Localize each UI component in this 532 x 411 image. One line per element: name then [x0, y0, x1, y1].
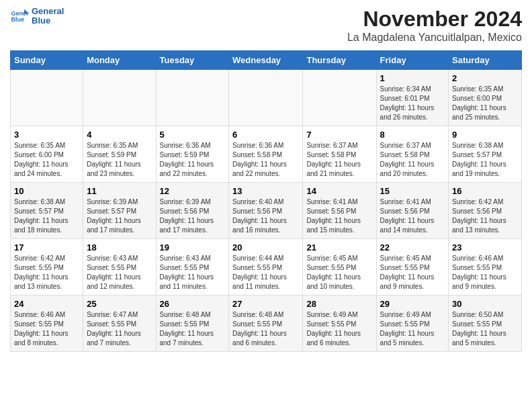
day-info: Sunrise: 6:39 AM Sunset: 5:57 PM Dayligh…: [87, 197, 152, 235]
calendar-cell: [303, 70, 376, 126]
day-info: Sunrise: 6:46 AM Sunset: 5:55 PM Dayligh…: [14, 310, 79, 348]
calendar-cell: 26Sunrise: 6:48 AM Sunset: 5:55 PM Dayli…: [156, 295, 229, 352]
calendar-cell: 1Sunrise: 6:34 AM Sunset: 6:01 PM Daylig…: [376, 70, 448, 126]
day-info: Sunrise: 6:36 AM Sunset: 5:59 PM Dayligh…: [160, 141, 226, 179]
calendar-cell: 15Sunrise: 6:41 AM Sunset: 5:56 PM Dayli…: [376, 183, 448, 239]
day-number: 24: [14, 299, 79, 309]
calendar-cell: 25Sunrise: 6:47 AM Sunset: 5:55 PM Dayli…: [83, 295, 156, 352]
day-number: 26: [160, 299, 226, 309]
calendar-cell: 23Sunrise: 6:46 AM Sunset: 5:55 PM Dayli…: [449, 239, 522, 295]
day-number: 21: [306, 242, 372, 253]
day-number: 22: [380, 242, 445, 253]
day-info: Sunrise: 6:47 AM Sunset: 5:55 PM Dayligh…: [87, 310, 152, 348]
day-number: 15: [380, 186, 445, 196]
day-number: 13: [232, 186, 299, 196]
day-number: 18: [87, 242, 152, 253]
day-info: Sunrise: 6:35 AM Sunset: 6:00 PM Dayligh…: [452, 85, 518, 122]
general-blue-logo-icon: General Blue: [10, 7, 29, 26]
day-number: 25: [87, 299, 152, 309]
calendar-cell: 6Sunrise: 6:36 AM Sunset: 5:58 PM Daylig…: [229, 126, 303, 183]
calendar-cell: 3Sunrise: 6:35 AM Sunset: 6:00 PM Daylig…: [11, 126, 83, 183]
day-number: 30: [452, 299, 518, 309]
day-number: 27: [232, 299, 299, 309]
day-number: 19: [160, 242, 226, 253]
day-info: Sunrise: 6:38 AM Sunset: 5:57 PM Dayligh…: [452, 141, 518, 179]
day-number: 2: [452, 73, 518, 83]
calendar-cell: 11Sunrise: 6:39 AM Sunset: 5:57 PM Dayli…: [83, 183, 156, 239]
calendar-cell: 28Sunrise: 6:49 AM Sunset: 5:55 PM Dayli…: [303, 295, 376, 352]
day-info: Sunrise: 6:48 AM Sunset: 5:55 PM Dayligh…: [160, 310, 226, 348]
calendar-cell: 13Sunrise: 6:40 AM Sunset: 5:56 PM Dayli…: [229, 183, 303, 239]
calendar-cell: 18Sunrise: 6:43 AM Sunset: 5:55 PM Dayli…: [83, 239, 156, 295]
calendar-cell: [11, 70, 83, 126]
day-info: Sunrise: 6:45 AM Sunset: 5:55 PM Dayligh…: [306, 254, 372, 291]
calendar-cell: 10Sunrise: 6:38 AM Sunset: 5:57 PM Dayli…: [11, 183, 83, 239]
calendar-cell: 17Sunrise: 6:42 AM Sunset: 5:55 PM Dayli…: [11, 239, 83, 295]
day-number: 5: [160, 130, 226, 140]
day-info: Sunrise: 6:49 AM Sunset: 5:55 PM Dayligh…: [306, 310, 372, 348]
day-info: Sunrise: 6:45 AM Sunset: 5:55 PM Dayligh…: [380, 254, 445, 291]
day-info: Sunrise: 6:38 AM Sunset: 5:57 PM Dayligh…: [14, 197, 79, 235]
day-info: Sunrise: 6:49 AM Sunset: 5:55 PM Dayligh…: [380, 310, 445, 348]
day-number: 8: [380, 130, 445, 140]
calendar-cell: [156, 70, 229, 126]
week-row-2: 10Sunrise: 6:38 AM Sunset: 5:57 PM Dayli…: [11, 183, 522, 239]
calendar-cell: 2Sunrise: 6:35 AM Sunset: 6:00 PM Daylig…: [449, 70, 522, 126]
day-number: 1: [380, 73, 445, 83]
day-number: 29: [380, 299, 445, 309]
day-info: Sunrise: 6:35 AM Sunset: 5:59 PM Dayligh…: [87, 141, 152, 179]
calendar-cell: 29Sunrise: 6:49 AM Sunset: 5:55 PM Dayli…: [376, 295, 448, 352]
calendar-cell: 5Sunrise: 6:36 AM Sunset: 5:59 PM Daylig…: [156, 126, 229, 183]
calendar-cell: 8Sunrise: 6:37 AM Sunset: 5:58 PM Daylig…: [376, 126, 448, 183]
calendar-cell: 9Sunrise: 6:38 AM Sunset: 5:57 PM Daylig…: [449, 126, 522, 183]
day-info: Sunrise: 6:37 AM Sunset: 5:58 PM Dayligh…: [380, 141, 445, 179]
day-number: 20: [232, 242, 299, 253]
calendar-cell: 20Sunrise: 6:44 AM Sunset: 5:55 PM Dayli…: [229, 239, 303, 295]
logo: General Blue General Blue: [10, 7, 64, 26]
header-sunday: Sunday: [11, 51, 83, 70]
week-row-4: 24Sunrise: 6:46 AM Sunset: 5:55 PM Dayli…: [11, 295, 522, 352]
logo-line2: Blue: [32, 16, 64, 26]
top-row: General Blue General Blue November 2024 …: [10, 7, 522, 46]
calendar-cell: 24Sunrise: 6:46 AM Sunset: 5:55 PM Dayli…: [11, 295, 83, 352]
day-number: 7: [306, 130, 372, 140]
day-info: Sunrise: 6:39 AM Sunset: 5:56 PM Dayligh…: [160, 197, 226, 235]
calendar-cell: 7Sunrise: 6:37 AM Sunset: 5:58 PM Daylig…: [303, 126, 376, 183]
calendar-cell: [83, 70, 156, 126]
day-number: 16: [452, 186, 518, 196]
day-number: 6: [232, 130, 299, 140]
day-info: Sunrise: 6:42 AM Sunset: 5:56 PM Dayligh…: [452, 197, 518, 235]
calendar-cell: 30Sunrise: 6:50 AM Sunset: 5:55 PM Dayli…: [449, 295, 522, 352]
day-number: 28: [306, 299, 372, 309]
svg-text:Blue: Blue: [11, 17, 24, 24]
calendar-cell: 27Sunrise: 6:48 AM Sunset: 5:55 PM Dayli…: [229, 295, 303, 352]
day-number: 10: [14, 186, 79, 196]
day-info: Sunrise: 6:48 AM Sunset: 5:55 PM Dayligh…: [232, 310, 299, 348]
day-number: 9: [452, 130, 518, 140]
calendar-header: SundayMondayTuesdayWednesdayThursdayFrid…: [11, 51, 522, 70]
month-title: November 2024: [347, 7, 522, 32]
day-info: Sunrise: 6:41 AM Sunset: 5:56 PM Dayligh…: [380, 197, 445, 235]
calendar-cell: 12Sunrise: 6:39 AM Sunset: 5:56 PM Dayli…: [156, 183, 229, 239]
calendar-cell: 16Sunrise: 6:42 AM Sunset: 5:56 PM Dayli…: [449, 183, 522, 239]
day-info: Sunrise: 6:44 AM Sunset: 5:55 PM Dayligh…: [232, 254, 299, 291]
day-number: 4: [87, 130, 152, 140]
header-wednesday: Wednesday: [229, 51, 303, 70]
day-info: Sunrise: 6:43 AM Sunset: 5:55 PM Dayligh…: [160, 254, 226, 291]
day-info: Sunrise: 6:37 AM Sunset: 5:58 PM Dayligh…: [306, 141, 372, 179]
logo-line1: General: [32, 7, 64, 16]
calendar-cell: [229, 70, 303, 126]
day-number: 14: [306, 186, 372, 196]
day-info: Sunrise: 6:43 AM Sunset: 5:55 PM Dayligh…: [87, 254, 152, 291]
calendar-cell: 4Sunrise: 6:35 AM Sunset: 5:59 PM Daylig…: [83, 126, 156, 183]
header-monday: Monday: [83, 51, 156, 70]
calendar-body: 1Sunrise: 6:34 AM Sunset: 6:01 PM Daylig…: [11, 70, 522, 352]
header-tuesday: Tuesday: [156, 51, 229, 70]
day-info: Sunrise: 6:36 AM Sunset: 5:58 PM Dayligh…: [232, 141, 299, 179]
day-info: Sunrise: 6:50 AM Sunset: 5:55 PM Dayligh…: [452, 310, 518, 348]
day-number: 23: [452, 242, 518, 253]
title-section: November 2024 La Magdalena Yancuitlalpan…: [347, 7, 522, 44]
day-number: 17: [14, 242, 79, 253]
day-number: 11: [87, 186, 152, 196]
calendar-cell: 19Sunrise: 6:43 AM Sunset: 5:55 PM Dayli…: [156, 239, 229, 295]
